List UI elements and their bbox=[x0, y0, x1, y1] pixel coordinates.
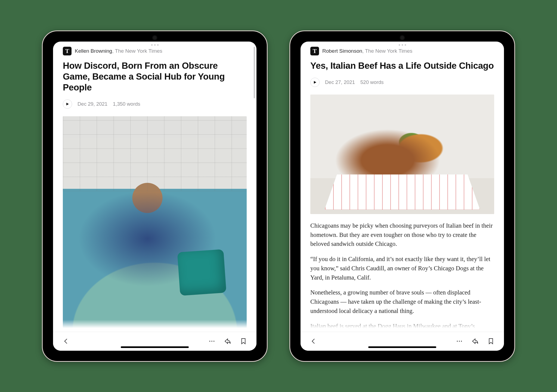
svg-point-3 bbox=[457, 341, 458, 341]
hero-image bbox=[63, 116, 247, 331]
byline-text: Robert Simonson, The New York Times bbox=[322, 48, 412, 54]
article-scroll[interactable]: T Robert Simonson, The New York Times Ye… bbox=[301, 47, 504, 332]
ellipsis-icon bbox=[208, 338, 215, 345]
play-button[interactable] bbox=[63, 99, 72, 109]
chevron-left-icon bbox=[310, 338, 317, 345]
word-count: 1,350 words bbox=[113, 101, 140, 107]
article-scroll[interactable]: T Kellen Browning, The New York Times Ho… bbox=[53, 47, 256, 332]
back-button[interactable] bbox=[308, 336, 319, 347]
author: Kellen Browning bbox=[75, 48, 112, 54]
article-meta: Dec 27, 2021 520 words bbox=[310, 78, 494, 87]
share-icon bbox=[472, 338, 479, 345]
svg-point-0 bbox=[209, 341, 210, 341]
back-button[interactable] bbox=[61, 336, 72, 347]
article-body: Chicagoans may be picky when choosing pu… bbox=[310, 221, 494, 332]
camera bbox=[400, 36, 404, 40]
svg-point-1 bbox=[211, 341, 212, 341]
more-dots[interactable] bbox=[53, 42, 256, 47]
byline-sep: , bbox=[362, 48, 365, 54]
home-indicator[interactable] bbox=[368, 346, 436, 348]
article-meta: Dec 29, 2021 1,350 words bbox=[63, 99, 247, 109]
hero-image bbox=[310, 95, 494, 214]
share-button[interactable] bbox=[470, 336, 481, 347]
article-date: Dec 27, 2021 bbox=[325, 79, 355, 85]
byline-text: Kellen Browning, The New York Times bbox=[75, 48, 162, 54]
paragraph-text: Italian beef is served at the Dogg Haus … bbox=[310, 323, 458, 330]
author: Robert Simonson bbox=[322, 48, 362, 54]
bookmark-button[interactable] bbox=[485, 336, 496, 347]
source: The New York Times bbox=[115, 48, 162, 54]
screen: T Robert Simonson, The New York Times Ye… bbox=[301, 42, 504, 351]
screen: T Kellen Browning, The New York Times Ho… bbox=[53, 42, 256, 351]
play-icon bbox=[313, 81, 317, 84]
more-dots[interactable] bbox=[301, 42, 504, 47]
publisher-icon: T bbox=[310, 47, 319, 55]
ellipsis-icon bbox=[456, 338, 463, 345]
hero-image-detail bbox=[177, 249, 227, 296]
article-title: Yes, Italian Beef Has a Life Outside Chi… bbox=[310, 60, 494, 71]
more-button[interactable] bbox=[206, 336, 217, 347]
play-button[interactable] bbox=[310, 78, 320, 87]
paragraph: Nonetheless, a growing number of brave s… bbox=[310, 288, 494, 315]
more-button[interactable] bbox=[454, 336, 465, 347]
chevron-left-icon bbox=[63, 338, 70, 345]
ipad-right: T Robert Simonson, The New York Times Ye… bbox=[289, 30, 515, 362]
share-icon bbox=[224, 338, 231, 345]
play-icon bbox=[66, 102, 69, 106]
paragraph: Chicagoans may be picky when choosing pu… bbox=[310, 221, 494, 249]
home-indicator[interactable] bbox=[121, 346, 189, 348]
paragraph: “If you do it in California, and it’s no… bbox=[310, 255, 494, 282]
source: The New York Times bbox=[365, 48, 412, 54]
ipad-left: T Kellen Browning, The New York Times Ho… bbox=[42, 30, 268, 362]
bookmark-button[interactable] bbox=[238, 336, 249, 347]
share-button[interactable] bbox=[222, 336, 233, 347]
article-title: How Discord, Born From an Obscure Game, … bbox=[63, 60, 247, 93]
bookmark-icon bbox=[487, 338, 494, 345]
bookmark-icon bbox=[240, 338, 247, 345]
svg-point-2 bbox=[213, 341, 214, 341]
svg-point-5 bbox=[461, 341, 462, 341]
article-date: Dec 29, 2021 bbox=[78, 101, 107, 107]
byline-sep: , bbox=[112, 48, 115, 54]
byline: T Kellen Browning, The New York Times bbox=[63, 47, 247, 55]
byline: T Robert Simonson, The New York Times bbox=[310, 47, 494, 55]
camera bbox=[153, 36, 157, 40]
word-count: 520 words bbox=[360, 79, 383, 85]
paragraph: Italian beef is served at the Dogg Haus … bbox=[310, 322, 494, 332]
svg-point-4 bbox=[459, 341, 460, 341]
scrollbar[interactable] bbox=[254, 47, 255, 98]
publisher-icon: T bbox=[63, 47, 72, 55]
